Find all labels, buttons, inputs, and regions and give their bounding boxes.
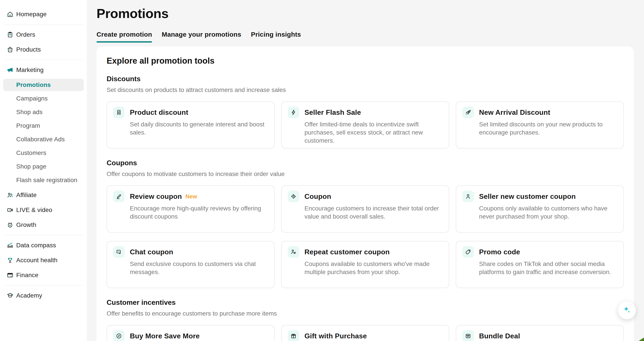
megaphone-icon [6, 67, 14, 74]
ai-assistant-button[interactable] [618, 301, 636, 319]
card-description: Send exclusive coupons to customers via … [130, 260, 268, 276]
card-description: Share codes on TikTok and other social m… [479, 260, 617, 276]
card-title: Buy More Save More [130, 332, 200, 340]
card-title: Seller Flash Sale [304, 108, 361, 117]
card-new-arrival-discount[interactable]: New Arrival Discount Set limited discoun… [456, 101, 624, 149]
sidebar-item-label: Shop ads [16, 109, 42, 116]
sidebar-item-campaigns[interactable]: Campaigns [3, 92, 84, 105]
sidebar-item-growth[interactable]: Growth [0, 217, 87, 232]
card-promo-code[interactable]: Promo code Share codes on TikTok and oth… [456, 241, 624, 288]
sidebar-item-affiliate[interactable]: Affiliate [0, 188, 87, 203]
tab-manage-your-promotions[interactable]: Manage your promotions [162, 31, 241, 43]
sidebar-item-marketing[interactable]: Marketing [0, 63, 87, 78]
corner-decoration [639, 337, 644, 341]
section-coupons: Coupons Offer coupons to motivate custom… [106, 159, 624, 288]
sidebar-item-account-health[interactable]: Account health [0, 253, 87, 268]
sidebar-divider [4, 235, 83, 235]
sidebar-item-products[interactable]: Products [0, 42, 87, 57]
card-title: Bundle Deal [479, 332, 520, 340]
card-description: Encourage customers to increase their to… [304, 204, 443, 220]
section-title: Coupons [106, 159, 624, 167]
card-review-coupon[interactable]: Review coupon New Encourage more high-qu… [106, 185, 274, 233]
card-title: Gift with Purchase [304, 332, 367, 340]
ticket-icon [288, 191, 299, 202]
sidebar-item-label: Promotions [16, 81, 51, 88]
affiliate-people-icon [6, 192, 14, 199]
sidebar-item-data-compass[interactable]: Data compass [0, 238, 87, 253]
card-description: Set daily discounts to generate interest… [130, 120, 268, 137]
card-title: Review coupon [130, 192, 182, 201]
card-product-discount[interactable]: Product discount Set daily discounts to … [106, 101, 274, 149]
sidebar-item-label: Campaigns [16, 95, 48, 102]
sidebar-item-label: Orders [16, 31, 35, 38]
sidebar-item-flash-sale-registration[interactable]: Flash sale registration [3, 174, 84, 186]
sidebar-item-academy[interactable]: Academy [0, 288, 87, 303]
trophy-icon [6, 257, 14, 264]
orders-icon [6, 31, 14, 38]
sidebar-item-label: Affiliate [16, 192, 37, 199]
card-title: Chat coupon [130, 248, 173, 256]
card-gift-with-purchase[interactable]: Gift with Purchase [281, 325, 449, 341]
gift-icon [288, 330, 299, 341]
tab-bar: Create promotion Manage your promotions … [96, 31, 634, 43]
section-subtitle: Set discounts on products to attract cus… [106, 86, 624, 94]
card-description: Set limited discounts on your new produc… [479, 120, 617, 137]
percent-circle-icon [113, 330, 124, 341]
new-badge: New [185, 193, 197, 200]
sidebar-item-promotions[interactable]: Promotions [3, 79, 84, 91]
sidebar-item-label: Homepage [16, 11, 47, 18]
section-discounts: Discounts Set discounts on products to a… [106, 75, 624, 149]
card-seller-new-customer-coupon[interactable]: Seller new customer coupon Coupons only … [456, 185, 624, 233]
sidebar-item-label: Shop page [16, 163, 46, 170]
card-title: Seller new customer coupon [479, 192, 576, 201]
promotion-tools-panel: Explore all promotion tools Discounts Se… [96, 47, 634, 341]
section-subtitle: Offer coupons to motivate customers to i… [106, 170, 624, 178]
rocket-icon [462, 107, 474, 118]
card-grid: Product discount Set daily discounts to … [106, 101, 624, 149]
card-coupon[interactable]: Coupon Encourage customers to increase t… [281, 185, 449, 233]
sidebar-item-homepage[interactable]: Homepage [0, 7, 87, 22]
sidebar-item-shop-page[interactable]: Shop page [3, 160, 84, 173]
sidebar-item-live-video[interactable]: LIVE & video [0, 203, 87, 217]
sidebar-item-label: Collaborative Ads [16, 136, 65, 143]
card-grid: Review coupon New Encourage more high-qu… [106, 185, 624, 288]
person-icon [462, 191, 474, 202]
sidebar-item-orders[interactable]: Orders [0, 27, 87, 42]
sidebar-item-customers[interactable]: Customers [3, 147, 84, 159]
bundle-box-icon [462, 330, 474, 341]
card-seller-flash-sale[interactable]: Seller Flash Sale Offer limited-time dea… [281, 101, 449, 149]
sidebar-item-label: Growth [16, 221, 36, 228]
chat-bubble-icon [113, 246, 124, 258]
card-bundle-deal[interactable]: Bundle Deal [456, 325, 624, 341]
sidebar-item-program[interactable]: Program [3, 120, 84, 132]
graduation-cap-icon [6, 292, 14, 299]
section-title: Customer incentives [106, 298, 624, 306]
sidebar-item-shop-ads[interactable]: Shop ads [3, 106, 84, 118]
sidebar-item-label: Customers [16, 149, 46, 156]
price-tag-icon [462, 246, 474, 258]
page-title: Promotions [96, 6, 634, 22]
sidebar-item-label: LIVE & video [16, 206, 52, 213]
card-title: Product discount [130, 108, 188, 117]
sidebar-item-finance[interactable]: Finance [0, 268, 87, 283]
tab-pricing-insights[interactable]: Pricing insights [251, 31, 301, 43]
card-description: Coupons available to customers who've ma… [304, 260, 443, 276]
home-icon [6, 11, 14, 18]
card-repeat-customer-coupon[interactable]: Repeat customer coupon Coupons available… [281, 241, 449, 288]
sidebar: Homepage Orders Products Marketing Promo… [0, 0, 87, 341]
tab-label: Manage your promotions [162, 31, 241, 38]
sidebar-divider [4, 24, 83, 25]
sidebar-item-collaborative-ads[interactable]: Collaborative Ads [3, 133, 84, 146]
tab-create-promotion[interactable]: Create promotion [96, 31, 152, 43]
active-tab-underline [96, 41, 152, 43]
sidebar-item-label: Account health [16, 257, 58, 264]
tab-label: Create promotion [96, 31, 152, 38]
sidebar-item-label: Products [16, 46, 41, 53]
lightning-icon [288, 107, 299, 118]
card-chat-coupon[interactable]: Chat coupon Send exclusive coupons to cu… [106, 241, 274, 288]
card-buy-more-save-more[interactable]: Buy More Save More [106, 325, 274, 341]
card-title: Promo code [479, 248, 520, 256]
tab-label: Pricing insights [251, 31, 301, 38]
products-bag-icon [6, 46, 14, 53]
section-subtitle: Offer benefits to encourage customers to… [106, 310, 624, 317]
